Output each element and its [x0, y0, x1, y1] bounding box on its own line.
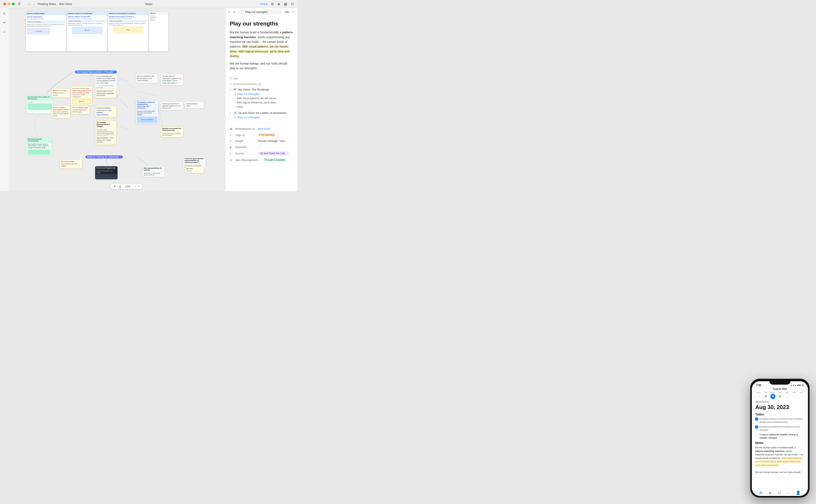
close-button[interactable]	[3, 3, 6, 5]
tree-child-logical-inf[interactable]: • With logical inferences, we're slow...	[235, 100, 293, 105]
note-title: Play our strengths	[230, 20, 293, 27]
node-rep-should[interactable]: Representation should bring human capabi…	[95, 89, 116, 98]
meta-row-important: ■ Important	[230, 144, 293, 150]
view-toggle-button[interactable]: ⊞	[270, 1, 274, 6]
note-body: But the human brain is fundamentally a p…	[230, 30, 293, 58]
node-new-reps[interactable]: New representations for systems Novel wa…	[142, 166, 165, 177]
meta-label-idea: Idea Development ...	[235, 158, 261, 162]
tree-child-play-strengths[interactable]: ● Play our strengths	[235, 92, 293, 96]
node-drawing-dynamic[interactable]: Drawing Dynamic Visualizations After exp…	[26, 137, 52, 156]
meta-tag-hcl[interactable]: # hcl learning	[258, 133, 275, 137]
tree-item-vision[interactable]: ▾ 🗺 My Vision: The Roadmap	[230, 87, 293, 92]
node-humane-rep-label[interactable]: The Humane Representation of Thought ···	[75, 70, 117, 73]
left-sidebar: ↖ ✏ ⌕	[0, 8, 9, 191]
node-ladder-abstraction[interactable]: Up and Down the Ladder of Abstraction ke…	[26, 95, 53, 114]
tree-item-ladder[interactable]: ▾ 🔗 Up and Down the Ladder of Abstractio…	[230, 111, 293, 115]
tag-visibility-icon: ○	[277, 133, 279, 136]
doc-card-dynamic-env[interactable]: Dynamic Environments-To-Think-In Dynamic…	[108, 12, 148, 51]
eye-button[interactable]: 👁	[113, 185, 116, 188]
tree-label-ladder: Up and Down the Ladder of Abstraction	[238, 111, 286, 114]
node-right-way[interactable]: The right way is to understand a system …	[161, 74, 183, 85]
cursor-icon[interactable]: ↖	[2, 11, 7, 16]
right-panel-content: Play our strengths But the human brain i…	[225, 16, 297, 191]
link-play-strengths[interactable]: Play our strengths	[237, 92, 260, 96]
pen-icon[interactable]: ✏	[2, 20, 7, 25]
search-icon[interactable]: ⌕	[3, 29, 6, 34]
nav-buttons: ‹ ›	[28, 2, 35, 6]
important-checkbox[interactable]	[258, 145, 261, 149]
right-panel-toolbar: ‹‹ ⤢ 📄 Play our strengths Info ···	[225, 8, 297, 16]
panel-back-button[interactable]: ‹‹	[228, 10, 230, 14]
bullet-icon-2: •	[235, 97, 236, 100]
panel-expand-button[interactable]: ⤢	[233, 10, 236, 14]
tree-child-ladder-play[interactable]: ● Play our strengths	[235, 115, 293, 120]
meta-badge-thought-complete[interactable]: Thought Complete	[262, 158, 287, 162]
meta-value-source[interactable]: Up and Down the Lad...	[258, 151, 289, 155]
tree-toggle-ladder[interactable]: ▾	[230, 112, 232, 114]
grid-button[interactable]: ⊡	[290, 1, 294, 6]
calendar-button[interactable]: ▦	[283, 1, 287, 6]
node-media-unthinkable-label[interactable]: Media for Thinking the Unthinkable ···	[85, 155, 123, 158]
tree-child-visual-patterns[interactable]: • With visual patterns, we win hands...	[235, 96, 293, 100]
node-not-allowed[interactable]: We're not allowed to use our full intell…	[136, 74, 158, 83]
traffic-lights	[3, 3, 15, 5]
titlebar-left: ☰ ‹ › Reading Notes › Bret Victor	[3, 1, 72, 6]
zoom-percent: 21%	[123, 185, 132, 188]
minimize-button[interactable]	[8, 3, 10, 5]
more-menu-button[interactable]: ···	[292, 10, 295, 14]
backlinks-section: ↩ Incoming Backlinks (2)	[230, 82, 293, 86]
doc-card-future[interactable]: The Fu... Coding is g...engineering...th…	[149, 12, 168, 51]
zoom-in-button[interactable]: +	[138, 185, 140, 188]
window-title: Hepta	[145, 2, 153, 6]
bullet-icon-5: ●	[235, 116, 236, 119]
layers-button[interactable]: ◈	[277, 1, 280, 6]
canvas-area[interactable]: Dynamic Mathematics Dynamic Mathematics …	[9, 8, 225, 191]
roadmap-icon: 🗺	[233, 88, 237, 91]
node-we-need-multiple[interactable]: We need multiple representations to look…	[51, 105, 70, 118]
right-panel: ‹‹ ⤢ 📄 Play our strengths Info ··· Play …	[225, 8, 297, 191]
maximize-button[interactable]	[12, 3, 15, 5]
bullet-icon: ●	[235, 93, 236, 95]
sidebar-toggle-button[interactable]: ☰	[17, 1, 21, 6]
tree-label-vision: My Vision: The Roadmap	[238, 88, 269, 91]
node-we-need-behavior[interactable]: We need to see the behavior of the syste…	[51, 88, 70, 98]
node-we-need-entire[interactable]: We need to use the entire state of the s…	[71, 86, 92, 105]
whiteboard-icon: ▦	[230, 127, 234, 130]
node-we-need-types[interactable]: We need different type of representation…	[71, 105, 90, 114]
doc-card-dynamic-objects[interactable]: Dynamic Objects-To-Think-With Dynamic Ob…	[67, 12, 107, 51]
node-humane-rep-yellow[interactable]: The Humane Representation of Thought Key…	[95, 121, 116, 138]
node-we-need-more[interactable]: We need... over the	[185, 166, 204, 173]
zoom-out-button[interactable]: −	[134, 185, 136, 188]
node-science-eng[interactable]: Science and Engineering Scientific repre…	[95, 166, 117, 179]
node-dynamic-medium[interactable]: The dynamic medium is computational, res…	[136, 100, 158, 124]
back-button[interactable]: ‹	[28, 2, 31, 6]
share-button[interactable]: Share	[260, 2, 267, 6]
node-use-body[interactable]: Use the body is a visual...	[185, 102, 204, 108]
node-how-represent[interactable]: How do you represent an algebraic equati…	[161, 102, 183, 110]
tree-toggle-vision[interactable]: ▾	[230, 88, 232, 91]
tag-icon: #	[230, 133, 234, 137]
node-powerful-medium[interactable]: A powerful medium should help us create …	[95, 106, 116, 117]
forward-button[interactable]: ›	[32, 2, 35, 6]
breadcrumb-item-2[interactable]: Bret Victor	[59, 2, 72, 6]
panel-title-text: Play our strengths	[245, 10, 268, 14]
info-label[interactable]: Info	[284, 10, 289, 14]
breadcrumb-separator: ›	[57, 2, 58, 6]
print-button[interactable]: 🖨	[118, 185, 121, 188]
breadcrumb-item-1[interactable]: Reading Notes	[38, 2, 56, 6]
doc-card-dynamic-math[interactable]: Dynamic Mathematics Dynamic Mathematics …	[26, 12, 66, 51]
link-ladder-play-strengths[interactable]: Play our strengths	[237, 116, 260, 119]
section-divider	[230, 73, 293, 74]
media-unthinkable-highlight-label: Media for Thinking the Unthinkable ···	[85, 155, 123, 158]
node-rep-invisible[interactable]: Representations + User Interface for inv…	[95, 136, 116, 145]
tree-label-logical: With logical inferences, we're slow...	[237, 101, 278, 104]
bullet-icon-3: •	[235, 102, 236, 104]
node-we-need-abstractions[interactable]: We need to create abstractions over the …	[60, 159, 82, 169]
tree-child-umsy[interactable]: • umsy.	[235, 105, 293, 109]
meta-value-whiteboard[interactable]: Bret Victor	[258, 127, 293, 130]
node-dynamic-env[interactable]: Dynamic environment for intellectual wor…	[161, 127, 183, 137]
node-every-tech[interactable]: Every technology that enables us in cert…	[95, 74, 117, 90]
source-icon: ≡	[230, 152, 234, 155]
meta-label-source: Source	[235, 152, 256, 155]
tree-children-ladder: ● Play our strengths	[230, 115, 293, 120]
